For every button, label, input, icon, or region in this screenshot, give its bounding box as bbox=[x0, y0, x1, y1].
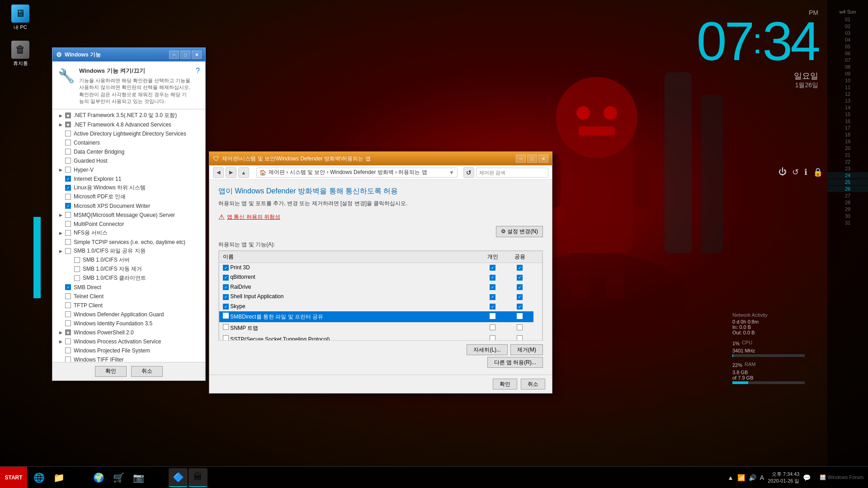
fw-public-check-4[interactable]: ✓ bbox=[517, 304, 523, 310]
fw-name-check-1[interactable]: ✓ bbox=[223, 275, 229, 281]
fw-col-private[interactable]: 개인 bbox=[479, 251, 506, 263]
refresh-icon[interactable]: ↺ bbox=[792, 167, 799, 177]
fw-public-check-3[interactable]: ✓ bbox=[517, 294, 523, 300]
tree-check-7[interactable]: ✓ bbox=[65, 176, 71, 182]
features-tree[interactable]: ▶■.NET Framework 3.5(.NET 2.0 및 3.0 포함)▶… bbox=[52, 109, 205, 362]
taskbar-app2[interactable]: 🏛 bbox=[189, 468, 208, 487]
fw-app-row-5[interactable]: SMBDirect를 통한 파일 및 프린터 공유 bbox=[219, 311, 542, 323]
tree-item-5[interactable]: Guarded Host bbox=[55, 156, 203, 165]
tree-item-18[interactable]: SMB 1.0/CIFS 클라이언트 bbox=[55, 274, 203, 283]
features-minimize-btn[interactable]: ─ bbox=[169, 51, 179, 59]
tree-check-22[interactable] bbox=[65, 311, 71, 317]
tree-item-15[interactable]: ▶SMB 1.0/CIFS 파일 공유 지원 bbox=[55, 247, 203, 256]
tree-item-27[interactable]: Windows TIFF IFilter bbox=[55, 355, 203, 362]
fw-public-check-7[interactable] bbox=[517, 335, 523, 341]
tree-item-7[interactable]: ✓Internet Explorer 11 bbox=[55, 174, 203, 183]
tree-item-12[interactable]: MultiPoint Connector bbox=[55, 220, 203, 229]
lock-icon[interactable]: 🔒 bbox=[813, 167, 823, 177]
tree-item-6[interactable]: ▶Hyper-V bbox=[55, 165, 203, 174]
tree-expand-15[interactable]: ▶ bbox=[57, 248, 64, 254]
tree-check-0[interactable]: ■ bbox=[65, 113, 71, 118]
tree-item-9[interactable]: Microsoft PDF로 인쇄 bbox=[55, 192, 203, 202]
taskbar-explorer[interactable]: 📁 bbox=[49, 468, 68, 487]
tree-item-20[interactable]: Telnet Client bbox=[55, 292, 203, 301]
fw-name-check-3[interactable]: ✓ bbox=[223, 294, 229, 300]
tree-item-10[interactable]: ✓Microsoft XPS Document Writer bbox=[55, 202, 203, 211]
fw-app-row-7[interactable]: SSTP(Secure Socket Tunneling Protocol) bbox=[219, 334, 542, 341]
taskbar-settings[interactable]: ⚙ bbox=[69, 468, 88, 487]
fw-private-check-3[interactable]: ✓ bbox=[490, 294, 495, 300]
tree-check-27[interactable] bbox=[65, 357, 71, 362]
tree-item-19[interactable]: ✓SMB Direct bbox=[55, 283, 203, 292]
tree-check-9[interactable] bbox=[65, 194, 71, 200]
fw-private-check-7[interactable] bbox=[490, 335, 495, 341]
tray-volume-icon[interactable]: 🔊 bbox=[749, 474, 756, 481]
tree-expand-24[interactable]: ▶ bbox=[57, 329, 64, 336]
tree-item-16[interactable]: SMB 1.0/CIFS 서버 bbox=[55, 256, 203, 265]
fw-cancel-btn[interactable]: 취소 bbox=[521, 379, 545, 389]
tree-check-1[interactable]: ■ bbox=[65, 122, 71, 127]
fw-name-check-6[interactable] bbox=[223, 324, 229, 330]
fw-private-check-5[interactable] bbox=[490, 313, 495, 319]
fw-public-check-6[interactable] bbox=[517, 324, 523, 330]
firewall-minimize-btn[interactable]: ─ bbox=[516, 155, 526, 163]
fw-details-btn[interactable]: 자세히(L)... bbox=[467, 344, 508, 355]
tree-item-21[interactable]: TFTP Client bbox=[55, 301, 203, 310]
tree-item-22[interactable]: Windows Defender Application Guard bbox=[55, 310, 203, 319]
power-icon[interactable]: ⏻ bbox=[778, 167, 787, 177]
tree-check-8[interactable]: ✓ bbox=[65, 185, 71, 191]
tree-item-1[interactable]: ▶■.NET Framework 4.8 Advanced Services bbox=[55, 120, 203, 129]
fw-app-row-2[interactable]: ✓ RaiDrive✓✓ bbox=[219, 282, 542, 292]
tree-check-25[interactable] bbox=[65, 338, 71, 344]
taskbar-edge[interactable]: 🌍 bbox=[89, 468, 108, 487]
fw-name-check-5[interactable] bbox=[223, 313, 229, 319]
tree-check-21[interactable] bbox=[65, 302, 71, 308]
fw-ok-btn[interactable]: 확인 bbox=[493, 379, 517, 389]
tree-check-24[interactable]: ■ bbox=[65, 329, 71, 335]
tree-item-23[interactable]: Windows Identity Foundation 3.5 bbox=[55, 319, 203, 328]
tree-check-17[interactable] bbox=[74, 266, 80, 272]
tree-item-3[interactable]: Containers bbox=[55, 138, 203, 147]
tree-expand-11[interactable]: ▶ bbox=[57, 212, 64, 218]
taskbar-search[interactable]: 🌐 bbox=[29, 468, 48, 487]
fw-app-risk-link[interactable]: 앱 통신 허용의 위험성 bbox=[227, 213, 280, 221]
features-close-btn[interactable]: ✕ bbox=[192, 51, 202, 59]
taskbar-store[interactable]: 🛒 bbox=[109, 468, 128, 487]
fw-settings-btn[interactable]: ⚙ 설정 변경(N) bbox=[496, 226, 543, 237]
fw-up-btn[interactable]: ▲ bbox=[238, 167, 249, 178]
fw-name-check-7[interactable] bbox=[223, 335, 229, 341]
fw-public-check-2[interactable]: ✓ bbox=[517, 284, 523, 290]
tree-expand-1[interactable]: ▶ bbox=[57, 122, 64, 128]
fw-col-public[interactable]: 공용 bbox=[506, 251, 533, 263]
tray-expand-icon[interactable]: ▲ bbox=[727, 474, 734, 481]
tree-item-13[interactable]: ▶NFS용 서비스 bbox=[55, 229, 203, 238]
tree-item-14[interactable]: Simple TCPIP services (i.e. echo, daytim… bbox=[55, 238, 203, 247]
taskbar-mail[interactable]: ✉ bbox=[149, 468, 168, 487]
tray-time[interactable]: 오후 7:34:43 2020-01-26 일 bbox=[768, 471, 799, 484]
fw-name-check-0[interactable]: ✓ bbox=[223, 265, 229, 271]
tree-check-6[interactable] bbox=[65, 167, 71, 173]
taskbar-app1[interactable]: 🔷 bbox=[169, 468, 188, 487]
tree-item-26[interactable]: Windows Projected File System bbox=[55, 346, 203, 355]
fw-public-check-5[interactable] bbox=[517, 313, 523, 319]
features-cancel-btn[interactable]: 취소 bbox=[131, 366, 163, 377]
tree-check-3[interactable] bbox=[65, 140, 71, 145]
fw-private-check-2[interactable]: ✓ bbox=[490, 284, 495, 290]
tree-item-4[interactable]: Data Center Bridging bbox=[55, 147, 203, 156]
fw-forward-btn[interactable]: ▶ bbox=[226, 167, 236, 178]
desktop-icon-my-pc[interactable]: 🖥 내 PC bbox=[5, 5, 36, 31]
tree-check-14[interactable] bbox=[65, 239, 71, 245]
tree-check-23[interactable] bbox=[65, 320, 71, 326]
tray-notification-icon[interactable]: 💬 bbox=[803, 474, 811, 481]
tree-check-19[interactable]: ✓ bbox=[65, 284, 71, 290]
tree-item-2[interactable]: Active Directory Lightweight Directory S… bbox=[55, 129, 203, 138]
info-icon[interactable]: ℹ bbox=[804, 167, 807, 177]
tree-item-0[interactable]: ▶■.NET Framework 3.5(.NET 2.0 및 3.0 포함) bbox=[55, 111, 203, 120]
features-ok-btn[interactable]: 확인 bbox=[95, 366, 127, 377]
fw-col-name[interactable]: 이름 bbox=[219, 251, 479, 263]
fw-private-check-1[interactable]: ✓ bbox=[490, 275, 495, 281]
tree-item-11[interactable]: ▶MSMQ(Microsoft Message Queue) Server bbox=[55, 211, 203, 220]
tree-check-10[interactable]: ✓ bbox=[65, 203, 71, 209]
tree-expand-0[interactable]: ▶ bbox=[57, 113, 64, 119]
tree-check-4[interactable] bbox=[65, 149, 71, 155]
